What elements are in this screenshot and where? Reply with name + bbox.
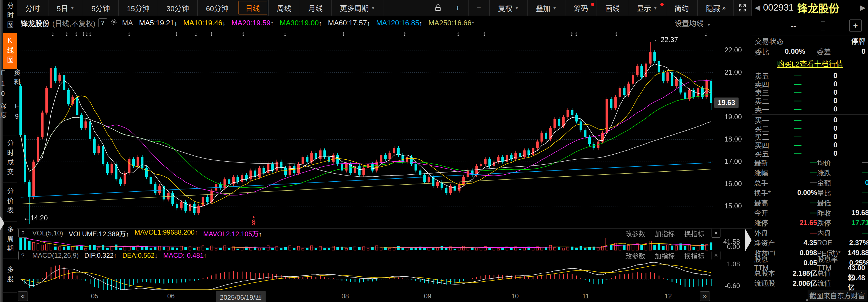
event-marker-icon[interactable]: ↕ (615, 30, 618, 38)
lock-icon[interactable] (429, 0, 447, 16)
period-tab-60分钟[interactable]: 60分钟 (198, 0, 237, 16)
vol-action-改参数[interactable]: 改参数 (625, 229, 645, 238)
event-marker-icon[interactable]: ↕ (704, 30, 708, 38)
sidebar-item-分时成交[interactable]: 分时成交 (3, 135, 17, 182)
stat-label-金额: 金额 (817, 178, 848, 187)
help-icon[interactable]: ? (19, 251, 27, 260)
next-stock-icon[interactable]: ▶ (857, 3, 868, 12)
event-marker-icon[interactable]: ↕ (175, 30, 178, 38)
fuquan-button[interactable]: 复权▼ (490, 0, 528, 16)
quote-panel: ◀ 002931 锋龙股份 ▶ -- -- -- + 交易状态 停牌 委比 0.… (752, 0, 868, 302)
event-marker-icon[interactable]: ↕ (127, 30, 131, 38)
event-marker-icon[interactable]: ↕ (483, 30, 486, 38)
app-window: 分时图K线图F10资料深度F9分时成交分价表多周期多股 分时5日▼5分钟15分钟… (0, 0, 868, 302)
ma-value: MA5:19.21 (139, 19, 174, 27)
macd-action-改参数[interactable]: 改参数 (625, 251, 645, 261)
period-high-annotation: ←22.37 (654, 36, 678, 44)
stat-value-外盘: — (781, 228, 817, 238)
period-label: 15分钟 (127, 3, 150, 13)
event-marker-icon[interactable]: ↕ (210, 30, 213, 38)
notification-dot (660, 3, 664, 6)
sidebar-item-分价表[interactable]: 分价表 (3, 182, 17, 222)
vol-action-换指标[interactable]: 换指标 (684, 229, 704, 238)
ex-dividend-marker[interactable]: ▲§ (252, 215, 255, 226)
overlay-button[interactable]: 叠加▼ (528, 0, 565, 16)
ma-settings-button[interactable]: 设置均线 ▾ (675, 18, 710, 28)
period-tab-分时[interactable]: 分时 (17, 0, 49, 16)
ma-settings-label: 设置均线 (675, 20, 704, 28)
sidebar-item-多周期[interactable]: 多周期 (3, 222, 17, 259)
event-marker-icon[interactable]: ↕ (85, 30, 89, 38)
scroll-left-button[interactable]: « (18, 292, 28, 301)
level-price: — (777, 124, 819, 132)
buy-l2-link[interactable]: 购买L2查看十档行情 (752, 57, 868, 71)
zoom-in-button[interactable]: + (447, 0, 468, 16)
simple-mode-button[interactable]: 简约 (666, 0, 698, 16)
sidebar-item-K线图[interactable]: K线图 (3, 33, 17, 69)
period-tab-月线[interactable]: 月线 (300, 0, 332, 16)
period-tab-日线[interactable]: 日线 (237, 0, 269, 16)
weibi-row: 委比 0.00% 委差 0 (752, 46, 868, 57)
event-marker-icon[interactable]: ↕ (457, 30, 460, 38)
scroll-right-button[interactable]: » (700, 292, 710, 301)
vol-value: MAVOL1:99688.200 (134, 229, 194, 236)
event-marker-icon[interactable]: ↕ (74, 30, 78, 38)
quote-level-row: 卖二—0 (752, 96, 868, 105)
month-tick-label: 11 (582, 292, 589, 300)
event-marker-icon[interactable]: ↕ (82, 30, 85, 38)
sidebar-item-多股[interactable]: 多股 (3, 259, 17, 293)
sidebar-item-label: 分时图 (3, 2, 17, 31)
period-tab-更多周期[interactable]: 更多周期▼ (332, 0, 384, 16)
weicha-value: 0 (862, 47, 866, 56)
stat-label-总值: 总值 (817, 268, 848, 278)
help-icon[interactable]: ? (98, 19, 107, 27)
axis-separator (713, 30, 713, 290)
chip-distribution-button[interactable]: 筹码 (565, 0, 597, 16)
draw-line-button[interactable]: 画线 (597, 0, 628, 16)
trend-arrow-icon: ↑ (126, 231, 129, 238)
chevron-down-icon: ▼ (515, 6, 519, 10)
event-marker-icon[interactable]: ↕ (65, 30, 68, 38)
event-marker-icon[interactable]: ↕ (242, 30, 245, 38)
chart-stock-name: 锋龙股份 (21, 18, 50, 28)
vol-action-加指标[interactable]: 加指标 (655, 229, 675, 238)
period-label: 分时 (25, 3, 40, 13)
help-icon[interactable]: ? (19, 229, 27, 238)
sidebar-item-F10资料[interactable]: F10资料 (3, 69, 17, 102)
period-tab-15分钟[interactable]: 15分钟 (119, 0, 158, 16)
gear-icon[interactable] (110, 18, 118, 28)
trend-arrow-icon: ↑ (367, 20, 370, 27)
add-to-watchlist-button[interactable]: + (849, 20, 862, 32)
stat-value-股息TTM: 0.05 (781, 258, 817, 268)
sidebar-item-分时图[interactable]: 分时图 (3, 0, 17, 33)
last-price-placeholder: -- (791, 21, 797, 31)
sidebar-item-深度F9[interactable]: 深度F9 (3, 102, 17, 135)
display-button[interactable]: 显示▼ (628, 0, 666, 16)
panel-collapse-arrow-icon[interactable] (745, 229, 752, 252)
quote-header: ◀ 002931 锋龙股份 ▶ (752, 0, 868, 15)
event-marker-icon[interactable]: ↕ (342, 30, 345, 38)
event-marker-icon[interactable]: ↕ (575, 30, 578, 38)
quote-level-row: 买四—0 (752, 141, 868, 149)
sidebar-collapse-arrow-icon[interactable] (0, 216, 4, 231)
level-price: — (777, 141, 819, 149)
period-tab-5日[interactable]: 5日▼ (49, 0, 83, 16)
zoom-out-button[interactable]: − (468, 0, 490, 16)
hide-button[interactable]: 隐藏» (698, 0, 734, 16)
event-marker-icon[interactable]: ↕ (89, 30, 92, 38)
period-tab-5分钟[interactable]: 5分钟 (83, 0, 118, 16)
event-marker-icon[interactable]: ↕ (283, 30, 287, 38)
event-marker-icon[interactable]: ↕ (51, 30, 55, 38)
event-marker-icon[interactable]: ↕ (570, 30, 574, 38)
period-tab-周线[interactable]: 周线 (269, 0, 300, 16)
event-marker-icon[interactable]: ↕ (403, 30, 406, 38)
level-quantity: 0 (819, 141, 852, 149)
panel-resize-handle-icon[interactable]: ▲ (805, 297, 809, 302)
period-tab-30分钟[interactable]: 30分钟 (158, 0, 198, 16)
fuquan-label: 复权 (498, 3, 513, 13)
event-marker-icon[interactable]: ↕ (194, 30, 198, 38)
fullscreen-icon[interactable] (734, 0, 752, 16)
macd-action-加指标[interactable]: 加指标 (655, 251, 675, 261)
prev-stock-icon[interactable]: ◀ (752, 3, 763, 12)
macd-action-换指标[interactable]: 换指标 (684, 251, 704, 261)
